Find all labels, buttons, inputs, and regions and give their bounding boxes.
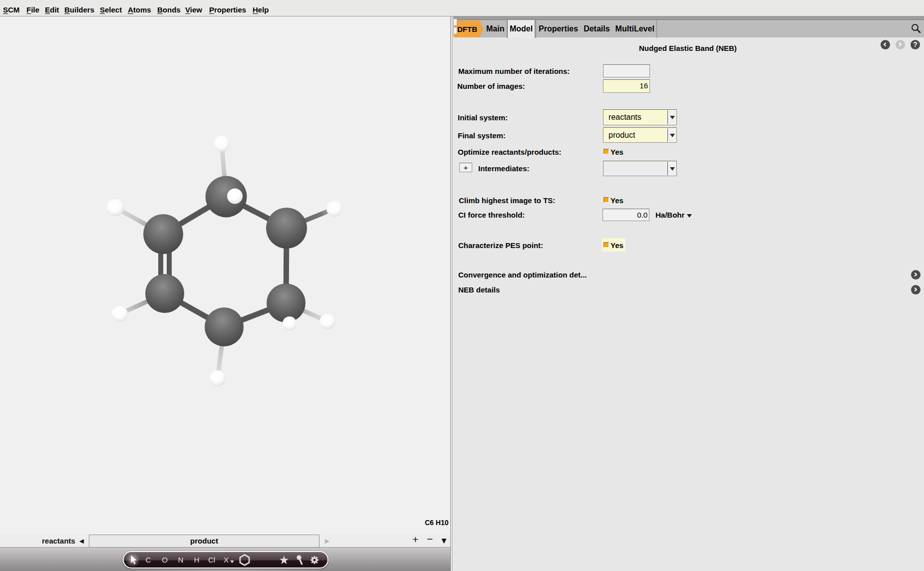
svg-text:Cl: Cl: [208, 556, 215, 564]
svg-text:C: C: [146, 556, 151, 564]
svg-text:O: O: [162, 556, 168, 564]
svg-text:H: H: [194, 556, 200, 564]
svg-text:X: X: [224, 556, 229, 564]
svg-text:N: N: [178, 556, 184, 564]
